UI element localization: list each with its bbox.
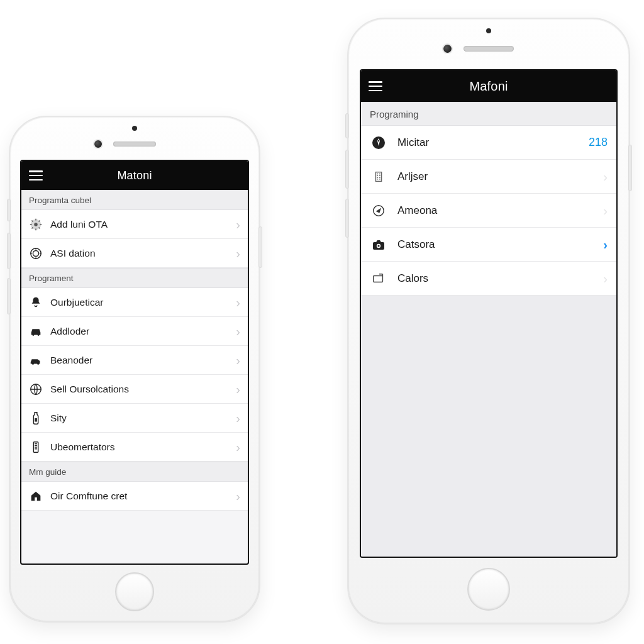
volume-down-button [345,199,349,238]
chevron-right-icon: › [236,296,240,309]
list-item-label: Arljser [397,170,603,183]
chevron-right-icon: › [603,238,608,251]
svg-point-18 [377,245,379,247]
menu-icon[interactable] [29,170,43,180]
chevron-right-icon: › [236,325,240,338]
list-item-micitar[interactable]: Micitar 218 [361,126,616,160]
phone-mockup-left: Matoni Programta cubel Add luni OTA › AS… [9,116,260,623]
svg-point-1 [34,223,38,226]
list-item-addloder[interactable]: Addloder › [21,317,248,346]
car-icon [28,323,44,340]
empty-area [361,296,616,558]
list-item-label: Sell Oursolcations [50,384,236,395]
camera-icon [370,236,387,253]
chevron-right-icon: › [236,218,240,231]
navbar: Matoni [21,161,248,190]
mute-switch [345,113,349,138]
svg-point-7 [37,363,39,365]
section-header: Mm guide [21,462,248,482]
volume-down-button [7,278,11,314]
chevron-right-icon: › [236,490,240,502]
svg-rect-19 [374,275,383,282]
list-item-label: Ourbjueticar [50,297,236,308]
home-button[interactable] [115,572,154,611]
svg-rect-14 [375,172,381,181]
proximity-sensor [132,126,137,131]
navbar-title: Mafoni [469,79,508,94]
svg-rect-9 [35,418,37,422]
chevron-right-icon: › [236,412,240,425]
section-header: Programing [361,102,616,126]
chevron-right-icon: › [603,204,608,217]
list-item-beanoder[interactable]: Beanoder › [21,346,248,375]
car2-icon [28,352,44,369]
list-item-label: Beanoder [50,355,236,366]
proximity-sensor [486,28,491,33]
list-item-label: ASI dation [50,248,236,259]
list-item-asi-dation[interactable]: ASI dation › [21,239,248,268]
navbar-title: Matoni [117,169,152,182]
list-item-ameona[interactable]: Ameona › [361,194,616,228]
list-item-label: Calors [397,272,603,285]
earpiece-speaker [464,46,514,52]
navbar: Mafoni [361,70,616,102]
list-item-label: Addloder [50,326,236,337]
svg-point-6 [32,363,34,365]
phone-top-hardware [348,39,629,58]
badge-icon [28,245,44,262]
list-item-arljser[interactable]: Arljser › [361,160,616,194]
phone-top-hardware [10,135,259,153]
list-item-ourbjueticar[interactable]: Ourbjueticar › [21,288,248,317]
house-icon [28,488,44,504]
count-badge: 218 [589,136,608,149]
volume-up-button [7,233,11,269]
list-item-label: Sity [50,413,236,424]
list-item-sity[interactable]: Sity › [21,404,248,433]
display-icon [370,270,387,287]
chevron-right-icon: › [236,247,240,260]
list-item-label: Catsora [397,238,603,251]
svg-point-5 [38,334,40,336]
chevron-right-icon: › [603,272,608,285]
list-item-label: Ubeomertators [50,441,236,453]
list-item-label: Oir Comftune cret [50,491,236,502]
front-camera [443,45,452,53]
compass-icon [370,202,387,219]
section-header: Programent [21,268,248,288]
home-button[interactable] [467,568,510,611]
list-item-catsora[interactable]: Catsora › [361,228,616,262]
chevron-right-icon: › [236,354,240,367]
phone-mockup-right: Mafoni Programing Micitar 218 Arljser › [347,18,630,625]
front-camera [94,140,102,148]
list-item-ubeomertators[interactable]: Ubeomertators › [21,433,248,462]
svg-point-3 [33,250,38,256]
bell-icon [28,294,44,311]
gear-icon [28,216,44,233]
mute-switch [7,199,11,221]
svg-point-4 [32,334,34,336]
list-item-calors[interactable]: Calors › [361,262,616,296]
menu-icon[interactable] [369,81,382,91]
list-item-label: Ameona [397,204,603,217]
svg-point-2 [31,248,42,258]
device-icon [28,439,44,455]
power-button [258,226,262,268]
earpiece-speaker [113,142,156,147]
power-button [628,145,632,191]
volume-up-button [345,150,349,189]
list-item-oir-comftune-cret[interactable]: Oir Comftune cret › [21,482,248,511]
list-item-sell-oursolcations[interactable]: Sell Oursolcations › [21,375,248,404]
list-item-label: Add luni OTA [50,219,236,230]
svg-point-13 [378,140,379,141]
screen-right: Mafoni Programing Micitar 218 Arljser › [360,69,618,558]
globe-icon [28,381,44,397]
building-icon [370,168,387,186]
section-header: Programta cubel [21,190,248,210]
svg-rect-11 [35,497,37,501]
rocket-icon [370,134,387,152]
chevron-right-icon: › [236,441,240,453]
screen-left: Matoni Programta cubel Add luni OTA › AS… [20,160,249,565]
chevron-right-icon: › [236,383,240,396]
list-item-add-luni-ota[interactable]: Add luni OTA › [21,210,248,239]
bottle-icon [28,410,44,426]
